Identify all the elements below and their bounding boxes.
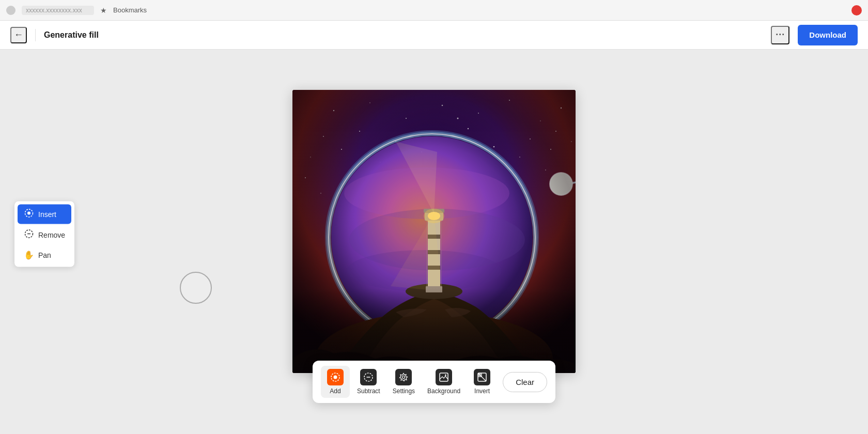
svg-point-57 — [334, 376, 337, 379]
add-tool-label: Add — [330, 388, 340, 395]
toolbar-tool-invert[interactable]: Invert — [468, 366, 497, 398]
header-divider — [35, 29, 36, 41]
user-avatar — [851, 5, 862, 16]
settings-tool-label: Settings — [393, 388, 415, 395]
browser-icon — [6, 6, 16, 15]
subtract-tool-icon — [360, 369, 377, 385]
tool-remove-label: Remove — [38, 231, 65, 239]
add-tool-icon — [327, 369, 344, 385]
remove-icon — [24, 229, 34, 241]
download-button[interactable]: Download — [798, 25, 858, 45]
toolbar-tool-background[interactable]: Background — [422, 366, 466, 398]
insert-icon — [24, 209, 34, 220]
app-header: ← Generative fill ··· Download — [0, 21, 868, 50]
more-options-button[interactable]: ··· — [771, 26, 789, 44]
bookmark-star-icon: ★ — [100, 6, 107, 14]
tool-pan-label: Pan — [38, 251, 51, 259]
toolbar-tool-settings[interactable]: Settings — [388, 366, 420, 398]
main-area: Insert Remove ✋ Pan — [0, 50, 868, 434]
bookmarks-label: Bookmarks — [113, 6, 147, 14]
browser-bar: xxxxxx.xxxxxxxx.xxx ★ Bookmarks — [0, 0, 868, 21]
toolbar-tool-add[interactable]: Add — [321, 366, 350, 398]
invert-tool-label: Invert — [474, 388, 490, 395]
bottom-toolbar: Add Subtract Settings — [313, 361, 555, 403]
browser-url: xxxxxx.xxxxxxxx.xxx — [22, 6, 94, 15]
svg-point-62 — [445, 375, 446, 376]
background-tool-label: Background — [427, 388, 460, 395]
svg-point-60 — [402, 376, 405, 379]
tool-remove[interactable]: Remove — [18, 225, 71, 245]
clear-button[interactable]: Clear — [503, 372, 547, 392]
cursor-circle — [180, 272, 212, 304]
back-button[interactable]: ← — [10, 27, 27, 43]
image-canvas — [292, 90, 576, 373]
background-tool-icon — [436, 369, 452, 385]
pan-icon: ✋ — [24, 250, 34, 260]
svg-rect-55 — [292, 90, 576, 373]
subtract-tool-label: Subtract — [357, 388, 380, 395]
tool-pan[interactable]: ✋ Pan — [18, 246, 71, 264]
settings-tool-icon — [395, 369, 412, 385]
invert-tool-icon — [474, 369, 490, 385]
page-title: Generative fill — [44, 30, 99, 40]
svg-point-1 — [27, 212, 30, 215]
toolbar-tool-subtract[interactable]: Subtract — [352, 366, 385, 398]
svg-rect-61 — [440, 373, 448, 381]
tool-panel: Insert Remove ✋ Pan — [14, 202, 74, 267]
svg-rect-64 — [478, 373, 482, 377]
image-background — [292, 90, 576, 373]
tool-insert-label: Insert — [38, 210, 56, 219]
tool-insert[interactable]: Insert — [18, 205, 71, 224]
